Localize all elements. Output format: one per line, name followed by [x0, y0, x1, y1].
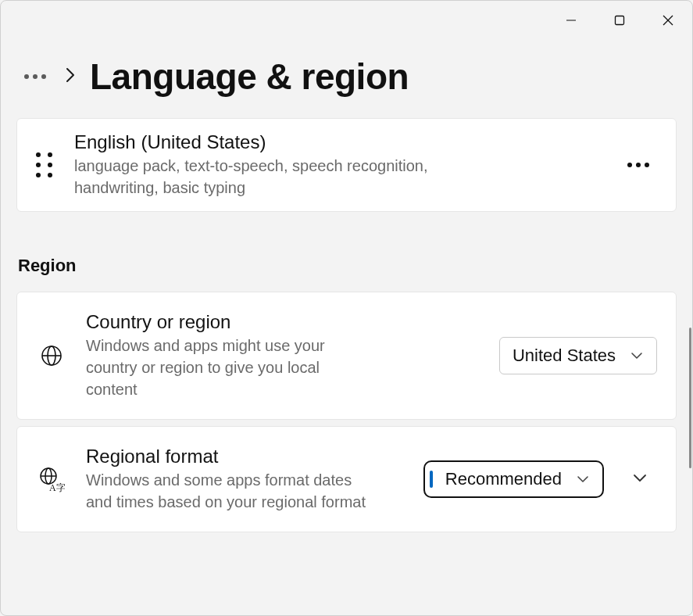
region-section-header: Region — [16, 218, 677, 292]
scrollbar-thumb[interactable] — [689, 328, 691, 468]
regional-format-setting: A字 Regional format Windows and some apps… — [16, 426, 677, 532]
page-title: Language & region — [90, 56, 409, 98]
language-title: English (United States) — [74, 131, 598, 153]
more-options-icon[interactable] — [620, 155, 657, 175]
format-subtitle: Windows and some apps format dates and t… — [86, 469, 367, 513]
chevron-down-icon — [630, 351, 644, 360]
country-dropdown[interactable]: United States — [499, 337, 657, 374]
expand-button[interactable] — [623, 472, 657, 486]
svg-text:A字: A字 — [49, 482, 65, 492]
chevron-down-icon — [632, 472, 648, 483]
close-button[interactable] — [644, 5, 692, 35]
window-titlebar — [1, 1, 692, 38]
format-dropdown-value: Recommended — [445, 469, 562, 489]
language-item[interactable]: English (United States) language pack, t… — [16, 118, 677, 212]
svg-rect-1 — [616, 16, 624, 25]
maximize-button[interactable] — [595, 5, 644, 35]
country-subtitle: Windows and apps might use your country … — [86, 335, 367, 400]
country-title: Country or region — [86, 311, 480, 333]
chevron-right-icon — [65, 66, 76, 87]
minimize-button[interactable] — [547, 5, 595, 35]
globe-icon — [36, 344, 67, 367]
globe-text-icon: A字 — [36, 466, 67, 492]
breadcrumb-overflow-icon[interactable] — [20, 70, 51, 84]
drag-handle-icon[interactable] — [36, 152, 52, 177]
language-subtitle: language pack, text-to-speech, speech re… — [74, 155, 480, 199]
format-title: Regional format — [86, 446, 405, 467]
breadcrumb: Language & region — [16, 38, 677, 118]
country-dropdown-value: United States — [513, 346, 616, 366]
country-region-setting: Country or region Windows and apps might… — [16, 292, 677, 420]
chevron-down-icon — [576, 475, 590, 484]
regional-format-dropdown[interactable]: Recommended — [423, 460, 604, 498]
